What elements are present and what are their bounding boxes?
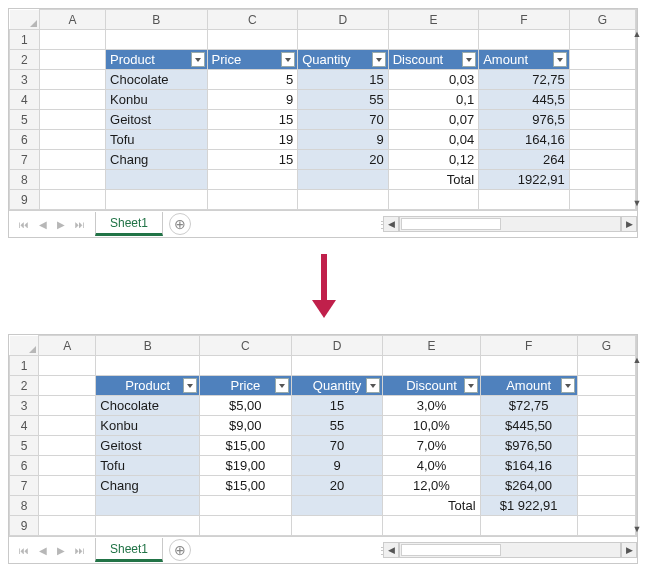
filter-dropdown-icon[interactable] — [191, 52, 205, 67]
row-header[interactable]: 3 — [10, 396, 39, 416]
cell[interactable]: 0,04 — [388, 130, 479, 150]
cell[interactable]: Chocolate — [106, 70, 208, 90]
total-label[interactable]: Total — [383, 496, 480, 516]
horizontal-scrollbar[interactable]: ⋮ ◀ ▶ — [377, 542, 637, 559]
nav-next-icon[interactable]: ▶ — [57, 545, 65, 556]
cell[interactable]: $9,00 — [199, 416, 291, 436]
col-header-row[interactable]: A B C D E F G — [10, 336, 636, 356]
filter-dropdown-icon[interactable] — [275, 378, 289, 393]
cell[interactable]: 15 — [207, 150, 298, 170]
cell[interactable]: 15 — [207, 110, 298, 130]
cell[interactable]: Tofu — [96, 456, 200, 476]
cell[interactable]: $976,50 — [480, 436, 577, 456]
scroll-right-icon[interactable]: ▶ — [621, 542, 637, 558]
table-row[interactable]: 3 Chocolate 5 15 0,03 72,75 — [10, 70, 636, 90]
nav-next-icon[interactable]: ▶ — [57, 219, 65, 230]
cell[interactable] — [199, 496, 291, 516]
vertical-scrollbar[interactable]: ▲ ▼ — [636, 335, 637, 536]
cell[interactable]: Chang — [106, 150, 208, 170]
add-sheet-button[interactable]: ⊕ — [169, 539, 191, 561]
col-header[interactable]: E — [383, 336, 480, 356]
col-header[interactable]: C — [207, 10, 298, 30]
cell[interactable]: 70 — [298, 110, 389, 130]
cell[interactable] — [298, 170, 389, 190]
col-header[interactable]: F — [480, 336, 577, 356]
cell[interactable]: $15,00 — [199, 436, 291, 456]
cell[interactable]: Konbu — [96, 416, 200, 436]
cell[interactable]: 0,12 — [388, 150, 479, 170]
scroll-left-icon[interactable]: ◀ — [383, 542, 399, 558]
vertical-scrollbar[interactable]: ▲ ▼ — [636, 9, 637, 210]
table-header-price[interactable]: Price — [207, 50, 298, 70]
row-header[interactable]: 7 — [10, 150, 40, 170]
nav-last-icon[interactable]: ⏭ — [75, 545, 85, 556]
filter-dropdown-icon[interactable] — [464, 378, 478, 393]
row-header[interactable]: 5 — [10, 436, 39, 456]
row-header[interactable]: 2 — [10, 50, 40, 70]
cell[interactable] — [106, 170, 208, 190]
cell[interactable]: Chocolate — [96, 396, 200, 416]
scroll-right-icon[interactable]: ▶ — [621, 216, 637, 232]
filter-dropdown-icon[interactable] — [553, 52, 567, 67]
table-row[interactable]: 5 Geitost $15,00 70 7,0% $976,50 — [10, 436, 636, 456]
table-header-quantity[interactable]: Quantity — [298, 50, 389, 70]
table-row[interactable]: 9 — [10, 190, 636, 210]
col-header[interactable]: D — [298, 10, 389, 30]
cell[interactable]: Geitost — [96, 436, 200, 456]
table-header-amount[interactable]: Amount — [480, 376, 577, 396]
table-header-amount[interactable]: Amount — [479, 50, 570, 70]
table-header-discount[interactable]: Discount — [383, 376, 480, 396]
row-header[interactable]: 5 — [10, 110, 40, 130]
table-header-price[interactable]: Price — [199, 376, 291, 396]
table-row[interactable]: 4 Konbu $9,00 55 10,0% $445,50 — [10, 416, 636, 436]
sheet-nav-buttons[interactable]: ⏮ ◀ ▶ ⏭ — [9, 545, 95, 556]
col-header[interactable]: E — [388, 10, 479, 30]
filter-dropdown-icon[interactable] — [372, 52, 386, 67]
row-header[interactable]: 9 — [10, 516, 39, 536]
nav-first-icon[interactable]: ⏮ — [19, 545, 29, 556]
cell[interactable]: Chang — [96, 476, 200, 496]
total-value[interactable]: 1922,91 — [479, 170, 570, 190]
filter-dropdown-icon[interactable] — [462, 52, 476, 67]
cell[interactable]: 19 — [207, 130, 298, 150]
col-header[interactable]: G — [569, 10, 635, 30]
col-header[interactable]: F — [479, 10, 570, 30]
cell[interactable]: 4,0% — [383, 456, 480, 476]
table-row[interactable]: 2 Product Price Quantity Discount Amount — [10, 376, 636, 396]
nav-first-icon[interactable]: ⏮ — [19, 219, 29, 230]
table-row[interactable]: 1 — [10, 30, 636, 50]
row-header[interactable]: 3 — [10, 70, 40, 90]
row-header[interactable]: 8 — [10, 170, 40, 190]
cell[interactable]: 0,1 — [388, 90, 479, 110]
table-row[interactable]: 1 — [10, 356, 636, 376]
select-all-corner[interactable] — [10, 336, 39, 356]
cell[interactable]: 976,5 — [479, 110, 570, 130]
cell[interactable]: 445,5 — [479, 90, 570, 110]
row-header[interactable]: 1 — [10, 356, 39, 376]
cell[interactable]: 5 — [207, 70, 298, 90]
col-header[interactable]: A — [39, 336, 96, 356]
cell[interactable]: 9 — [298, 130, 389, 150]
cell[interactable]: 9 — [207, 90, 298, 110]
row-header[interactable]: 4 — [10, 416, 39, 436]
cell[interactable]: 55 — [298, 90, 389, 110]
total-value[interactable]: $1 922,91 — [480, 496, 577, 516]
cell[interactable]: 3,0% — [383, 396, 480, 416]
filter-dropdown-icon[interactable] — [366, 378, 380, 393]
cell[interactable]: 9 — [291, 456, 383, 476]
col-header[interactable]: D — [291, 336, 383, 356]
cell[interactable]: 0,07 — [388, 110, 479, 130]
table-header-product[interactable]: Product — [106, 50, 208, 70]
cell[interactable]: Geitost — [106, 110, 208, 130]
cell[interactable]: $19,00 — [199, 456, 291, 476]
cell[interactable]: 10,0% — [383, 416, 480, 436]
cell[interactable] — [291, 496, 383, 516]
horizontal-scrollbar[interactable]: ⋮ ◀ ▶ — [377, 216, 637, 233]
cell[interactable]: $445,50 — [480, 416, 577, 436]
col-header[interactable]: B — [106, 10, 208, 30]
nav-prev-icon[interactable]: ◀ — [39, 219, 47, 230]
row-header[interactable]: 6 — [10, 456, 39, 476]
cell[interactable]: $72,75 — [480, 396, 577, 416]
nav-last-icon[interactable]: ⏭ — [75, 219, 85, 230]
cell[interactable]: 55 — [291, 416, 383, 436]
